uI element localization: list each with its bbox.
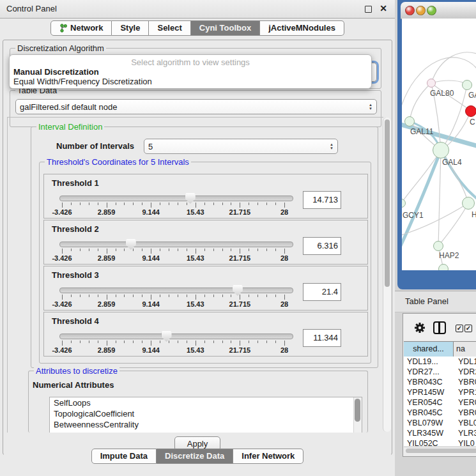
list-item[interactable]: SelfLoops xyxy=(50,397,362,408)
slider-tick-labels: -3.4262.8599.14415.4321.71528 xyxy=(62,254,284,262)
bottom-tabstrip: Impute Data Discretize Data Infer Networ… xyxy=(0,449,395,464)
split-table-icon[interactable] xyxy=(433,321,446,334)
threshold-value-field[interactable]: 11.344 xyxy=(303,329,341,347)
tick-mark xyxy=(257,341,258,343)
threshold-panel: Threshold 26.316-3.4262.8599.14415.4321.… xyxy=(43,220,368,265)
tick-mark xyxy=(275,249,276,251)
tab-cyni-toolbox[interactable]: Cyni Toolbox xyxy=(191,20,260,36)
right-node[interactable] xyxy=(462,197,475,210)
tick-mark xyxy=(257,203,258,205)
tab-network[interactable]: Network xyxy=(50,20,112,36)
tick-mark xyxy=(80,203,81,205)
tick-mark xyxy=(213,295,214,297)
threshold-panel: Threshold 321.4-3.4262.8599.14415.4321.7… xyxy=(43,266,368,311)
scrollbar-thumb[interactable] xyxy=(406,449,476,453)
popup-option-manual[interactable]: Manual Discretization xyxy=(13,67,99,77)
cell-name[interactable]: YBL0 xyxy=(454,418,476,428)
tab-label: Infer Network xyxy=(242,449,295,463)
cell-shared-name[interactable]: YBL079W xyxy=(404,418,454,428)
cell-shared-name[interactable]: YPR145W xyxy=(404,387,454,397)
bottom-node[interactable] xyxy=(438,264,449,270)
table-row[interactable]: YBR043CYBR0 xyxy=(404,377,476,387)
table-data-combobox[interactable]: galFiltered.sif default node ▲▼ xyxy=(15,99,377,114)
gal4-node[interactable] xyxy=(433,142,449,158)
cell-name[interactable]: YDL1 xyxy=(454,357,476,367)
cell-shared-name[interactable]: YDR27... xyxy=(404,367,454,377)
cell-name[interactable]: YER0 xyxy=(454,397,476,408)
table-row[interactable]: YER054CYER0 xyxy=(404,397,476,408)
tick-mark xyxy=(116,295,116,297)
settings-scroll-viewport: Interval Definition Number of Intervals … xyxy=(7,117,383,433)
tab-infer-network[interactable]: Infer Network xyxy=(233,449,303,464)
table-horizontal-scrollbar[interactable] xyxy=(404,447,476,454)
cell-name[interactable]: YBR0 xyxy=(454,377,476,387)
tick-mark xyxy=(284,249,285,254)
panel-title: Control Panel xyxy=(6,4,57,13)
tick-mark xyxy=(142,249,142,251)
slider-track[interactable] xyxy=(59,288,293,293)
list-item[interactable]: TopologicalCoefficient xyxy=(50,408,362,419)
tick-mark xyxy=(213,341,214,343)
gal11-node[interactable] xyxy=(404,116,415,127)
table-data-combo-value: galFiltered.sif default node xyxy=(20,102,117,112)
cell-name[interactable]: YDR2 xyxy=(454,367,476,377)
cell-name[interactable]: YLR3 xyxy=(454,428,476,438)
scrollbar-thumb[interactable] xyxy=(355,399,360,422)
threshold-value-field[interactable]: 6.316 xyxy=(303,237,341,255)
hap2-node[interactable] xyxy=(433,241,443,251)
tick-label: 9.144 xyxy=(142,346,160,354)
cell-name[interactable]: YPR1 xyxy=(454,387,476,397)
table-row[interactable]: YDL19...YDL1 xyxy=(404,357,476,367)
column-header-name[interactable]: na xyxy=(454,342,476,357)
cell-shared-name[interactable]: YBR045C xyxy=(404,408,454,418)
cell-shared-name[interactable]: YBR043C xyxy=(404,377,454,387)
close-icon[interactable]: ✕ xyxy=(380,3,387,13)
cell-shared-name[interactable]: YLR345W xyxy=(404,428,454,438)
tick-mark xyxy=(71,341,72,343)
tick-mark xyxy=(266,249,267,251)
checkbox-icon[interactable]: ✓ xyxy=(464,325,472,332)
red-node[interactable] xyxy=(465,105,476,117)
tab-style[interactable]: Style xyxy=(112,20,149,36)
threshold-value-field[interactable]: 14.713 xyxy=(303,191,341,209)
table-row[interactable]: YIL052CYIL0 xyxy=(404,438,476,446)
zoom-traffic-light[interactable] xyxy=(427,6,436,15)
tab-jactivemnodules[interactable]: jActiveMNodules xyxy=(260,20,344,36)
cell-shared-name[interactable]: YDL19... xyxy=(404,357,454,367)
table-row[interactable]: YBR045CYBR0 xyxy=(404,408,476,418)
network-canvas[interactable]: GAL80GACGAL11GAL4GCY1HHAP2 xyxy=(402,19,476,270)
cell-shared-name[interactable]: YER054C xyxy=(404,397,454,408)
float-window-icon[interactable] xyxy=(365,6,372,13)
network-view-window: GAL80GACGAL11GAL4GCY1HHAP2 xyxy=(397,0,476,289)
cell-name[interactable]: YIL0 xyxy=(454,438,476,446)
scrollbar-thumb[interactable] xyxy=(385,119,390,287)
slider-track[interactable] xyxy=(59,334,293,339)
tick-mark xyxy=(80,295,81,297)
table-row[interactable]: YBL079WYBL0 xyxy=(404,418,476,428)
tab-select[interactable]: Select xyxy=(149,20,190,36)
tick-mark xyxy=(257,295,258,297)
attributes-list-scrollbar[interactable] xyxy=(353,397,362,433)
tab-impute-data[interactable]: Impute Data xyxy=(91,449,157,464)
popup-option-equal-width[interactable]: Equal Width/Frequency Discretization xyxy=(13,77,152,86)
list-item[interactable]: BetweennessCentrality xyxy=(50,419,362,430)
panel-vertical-scrollbar[interactable] xyxy=(383,118,391,432)
checkbox-icon[interactable]: ✓ xyxy=(456,325,463,332)
table-row[interactable]: YDR27...YDR2 xyxy=(404,367,476,377)
table-row[interactable]: YLR345WYLR3 xyxy=(404,428,476,438)
minimize-traffic-light[interactable] xyxy=(416,6,426,15)
tick-label: 21.715 xyxy=(229,208,251,216)
tab-discretize-data[interactable]: Discretize Data xyxy=(157,449,233,464)
top-right-node[interactable] xyxy=(462,80,472,90)
slider-track[interactable] xyxy=(59,242,293,247)
cell-name[interactable]: YBR0 xyxy=(454,408,476,418)
gear-icon[interactable] xyxy=(414,322,426,334)
table-row[interactable]: YPR145WYPR1 xyxy=(404,387,476,397)
close-traffic-light[interactable] xyxy=(405,6,415,15)
gal80-node[interactable] xyxy=(427,79,436,88)
slider-track[interactable] xyxy=(59,196,293,201)
cell-shared-name[interactable]: YIL052C xyxy=(404,438,454,446)
num-intervals-combobox[interactable]: 5 ▲▼ xyxy=(144,139,338,154)
threshold-value-field[interactable]: 21.4 xyxy=(303,283,341,301)
column-header-shared-name[interactable]: shared... xyxy=(404,342,454,357)
